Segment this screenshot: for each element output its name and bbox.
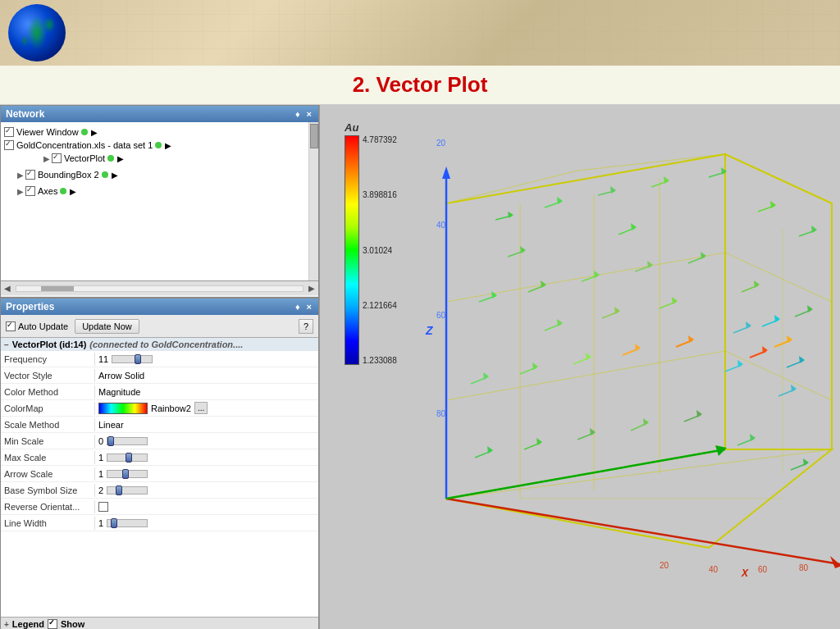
svg-marker-83 xyxy=(696,410,702,417)
svg-text:20: 20 xyxy=(660,561,669,570)
props-label: Scale Method xyxy=(1,418,95,431)
props-value: 1 xyxy=(95,517,318,530)
properties-section-header: − VectorPlot (id:14) (connected to GoldC… xyxy=(1,338,318,351)
props-value: 0 xyxy=(95,435,318,448)
props-label: Color Method xyxy=(1,385,95,399)
arrow-icon: ▶ xyxy=(165,141,171,150)
svg-line-23 xyxy=(446,499,840,564)
list-item[interactable]: GoldConcentration.xls - data set 1 ▶ xyxy=(4,139,305,152)
svg-line-6 xyxy=(446,154,725,203)
collapse-icon[interactable]: − xyxy=(4,340,9,349)
svg-text:80: 80 xyxy=(436,409,446,418)
properties-toolbar: Auto Update Update Now ? xyxy=(1,315,318,338)
props-value: 11 xyxy=(95,353,318,366)
base-symbol-size-slider-thumb xyxy=(116,485,122,495)
checkbox-icon[interactable] xyxy=(25,186,35,196)
reverse-orientation-checkbox[interactable] xyxy=(98,502,108,512)
frequency-slider[interactable] xyxy=(112,355,153,363)
props-label: Line Width xyxy=(1,517,95,530)
props-value[interactable]: Magnitude xyxy=(95,385,318,399)
properties-panel: Properties ♦ × Auto Update Update Now ? … xyxy=(0,298,319,629)
props-label: ColorMap xyxy=(1,402,95,415)
network-scrollbar[interactable] xyxy=(308,122,318,280)
scroll-right-button[interactable]: ▶ xyxy=(305,284,318,293)
checkbox-icon[interactable] xyxy=(4,140,14,150)
svg-marker-51 xyxy=(594,271,600,278)
arrow-scale-slider[interactable] xyxy=(107,470,148,478)
svg-marker-17 xyxy=(442,166,450,179)
min-scale-slider-thumb xyxy=(107,436,114,446)
min-scale-slider[interactable] xyxy=(107,437,148,445)
max-scale-value: 1 xyxy=(98,453,103,463)
svg-marker-91 xyxy=(631,223,637,230)
network-item-label: BoundingBox 2 xyxy=(38,170,99,180)
network-scrollbar-thumb[interactable] xyxy=(310,124,318,148)
page-title: 2. Vector Plot xyxy=(0,72,840,98)
arrow-icon: ▶ xyxy=(112,171,118,180)
update-now-button[interactable]: Update Now xyxy=(75,319,139,334)
connected-info: (connected to GoldConcentration.... xyxy=(89,340,243,349)
checkbox-icon[interactable] xyxy=(25,170,35,180)
node-output-icon xyxy=(81,129,88,135)
max-scale-slider[interactable] xyxy=(107,454,148,462)
legend-collapse-icon[interactable]: + xyxy=(4,620,9,629)
list-item[interactable]: ▶ Axes ▶ xyxy=(17,185,305,198)
colormap-browse-button[interactable]: ... xyxy=(194,402,208,414)
arrow-icon: ▶ xyxy=(70,187,76,196)
svg-marker-33 xyxy=(508,212,514,218)
props-row-arrow-scale: Arrow Scale 1 xyxy=(1,466,318,482)
svg-marker-71 xyxy=(737,360,743,367)
list-item[interactable]: ▶ BoundingBox 2 ▶ xyxy=(17,168,305,181)
props-row-frequency: Frequency 11 xyxy=(1,351,318,367)
props-row-max-scale: Max Scale 1 xyxy=(1,449,318,466)
svg-marker-95 xyxy=(614,307,620,314)
network-item-label: Viewer Window xyxy=(16,127,79,137)
section-title: VectorPlot (id:14) xyxy=(12,340,86,349)
list-item[interactable]: Viewer Window ▶ xyxy=(4,125,305,139)
props-value[interactable]: Arrow Solid xyxy=(95,369,318,382)
globe-icon xyxy=(8,4,66,62)
svg-marker-99 xyxy=(672,297,678,304)
props-label: Reverse Orientat... xyxy=(1,500,95,513)
props-label: Min Scale xyxy=(1,435,95,448)
svg-marker-105 xyxy=(774,315,780,322)
svg-marker-77 xyxy=(536,438,542,445)
props-value: 1 xyxy=(95,451,318,464)
help-button[interactable]: ? xyxy=(299,319,313,334)
props-row-reverse-orientation: Reverse Orientat... xyxy=(1,499,318,515)
auto-update-checkbox[interactable] xyxy=(6,321,16,331)
svg-marker-73 xyxy=(791,385,797,392)
vector-style-value: Arrow Solid xyxy=(98,371,144,381)
svg-line-5 xyxy=(446,253,725,302)
checkbox-icon[interactable] xyxy=(4,127,14,137)
scroll-track[interactable] xyxy=(16,285,304,292)
properties-close-button[interactable]: × xyxy=(305,302,313,312)
line-width-slider[interactable] xyxy=(107,519,148,527)
svg-text:20: 20 xyxy=(436,139,446,148)
list-item[interactable]: ▶ VectorPlot ▶ xyxy=(43,152,305,165)
svg-marker-81 xyxy=(643,418,649,426)
network-pin-button[interactable]: ♦ xyxy=(294,109,302,119)
checkbox-icon[interactable] xyxy=(52,153,62,163)
props-value[interactable]: Linear xyxy=(95,418,318,431)
network-content[interactable]: Viewer Window ▶ GoldConcentration.xls - … xyxy=(1,122,308,280)
props-value: 2 xyxy=(95,484,318,497)
base-symbol-size-slider[interactable] xyxy=(107,486,148,495)
title-area: 2. Vector Plot xyxy=(0,66,840,105)
properties-content[interactable]: − VectorPlot (id:14) (connected to GoldC… xyxy=(1,338,318,617)
scroll-left-button[interactable]: ◀ xyxy=(1,284,14,293)
props-row-base-symbol-size: Base Symbol Size 2 xyxy=(1,482,318,499)
properties-pin-button[interactable]: ♦ xyxy=(294,302,302,312)
legend-show-checkbox[interactable] xyxy=(48,619,57,629)
network-close-button[interactable]: × xyxy=(305,109,313,119)
network-panel-header: Network ♦ × xyxy=(1,106,318,122)
colormap-swatch[interactable] xyxy=(98,403,148,414)
svg-marker-55 xyxy=(701,252,706,259)
visualization-panel: Au 4.787392 3.898816 3.01024 2.121664 1.… xyxy=(320,105,840,629)
props-label: Max Scale xyxy=(1,451,95,464)
legend-color-bar xyxy=(345,135,359,365)
svg-marker-63 xyxy=(532,362,538,370)
properties-footer: + Legend Show xyxy=(1,617,318,629)
svg-marker-87 xyxy=(803,458,809,466)
network-panel-title: Network xyxy=(6,108,44,120)
